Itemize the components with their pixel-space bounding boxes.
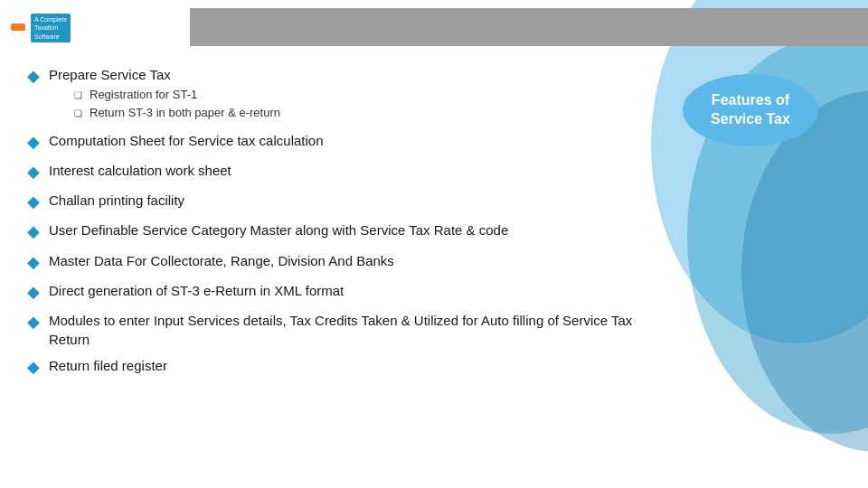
badge-text: Features ofService Tax bbox=[711, 91, 790, 129]
bullet-icon: ◆ bbox=[27, 161, 40, 183]
list-item-label: Return filed register bbox=[49, 358, 167, 373]
list-item: ◆User Definable Service Category Master … bbox=[27, 221, 651, 243]
list-item-label: Challan printing facility bbox=[49, 192, 184, 208]
logo-box: A CompleteTaxationSoftware bbox=[11, 12, 71, 42]
list-item-label: Interest calculation work sheet bbox=[49, 163, 231, 178]
list-item: ◆Return filed register bbox=[27, 356, 651, 379]
list-item: ◆Prepare Service Tax❑Registration for ST… bbox=[27, 65, 651, 124]
list-item: ◆Interest calculation work sheet bbox=[27, 161, 651, 183]
bullet-icon: ◆ bbox=[27, 221, 40, 243]
right-panel: Features ofService Tax bbox=[669, 65, 832, 386]
sub-bullet-icon: ❑ bbox=[74, 108, 82, 119]
sub-list-item-label: Registration for ST-1 bbox=[90, 88, 197, 103]
main-content: ◆Prepare Service Tax❑Registration for ST… bbox=[0, 54, 868, 395]
bullet-icon: ◆ bbox=[27, 251, 40, 274]
logo-easy bbox=[11, 23, 25, 31]
sub-list: ❑Registration for ST-1❑Return ST-3 in bo… bbox=[74, 88, 280, 121]
list-item: ◆Master Data For Collectorate, Range, Di… bbox=[27, 251, 651, 274]
logo-office-block: A CompleteTaxationSoftware bbox=[31, 12, 71, 42]
list-item-content: User Definable Service Category Master a… bbox=[49, 221, 508, 239]
list-item-content: Direct generation of ST-3 e-Return in XM… bbox=[49, 281, 344, 300]
list-item-content: Modules to enter Input Services details,… bbox=[49, 311, 651, 349]
logo-tagline: A CompleteTaxationSoftware bbox=[31, 14, 71, 42]
list-item-content: Challan printing facility bbox=[49, 191, 184, 210]
list-item-label: Direct generation of ST-3 e-Return in XM… bbox=[49, 283, 344, 298]
list-item: ◆Computation Sheet for Service tax calcu… bbox=[27, 131, 651, 154]
list-item-content: Computation Sheet for Service tax calcul… bbox=[49, 131, 324, 150]
bullet-icon: ◆ bbox=[27, 281, 40, 304]
bullet-icon: ◆ bbox=[27, 356, 40, 379]
features-badge: Features ofService Tax bbox=[683, 74, 818, 146]
list-item-content: Prepare Service Tax❑Registration for ST-… bbox=[49, 65, 280, 124]
sub-list-item: ❑Registration for ST-1 bbox=[74, 88, 280, 103]
list-item-content: Interest calculation work sheet bbox=[49, 161, 231, 180]
list-item-label: Master Data For Collectorate, Range, Div… bbox=[49, 253, 394, 268]
sub-bullet-icon: ❑ bbox=[74, 89, 82, 101]
main-list: ◆Prepare Service Tax❑Registration for ST… bbox=[27, 65, 651, 379]
bullet-icon: ◆ bbox=[27, 131, 40, 154]
bullet-icon: ◆ bbox=[27, 65, 40, 88]
sub-list-item-label: Return ST-3 in both paper & e-return bbox=[90, 106, 280, 121]
list-item-content: Master Data For Collectorate, Range, Div… bbox=[49, 251, 394, 270]
list-item-label: Prepare Service Tax bbox=[49, 67, 171, 82]
bullet-icon: ◆ bbox=[27, 191, 40, 213]
header-bar: A CompleteTaxationSoftware bbox=[0, 0, 868, 54]
list-item: ◆Direct generation of ST-3 e-Return in X… bbox=[27, 281, 651, 304]
left-panel: ◆Prepare Service Tax❑Registration for ST… bbox=[27, 65, 651, 386]
list-item-label: Computation Sheet for Service tax calcul… bbox=[49, 133, 324, 148]
list-item-label: User Definable Service Category Master a… bbox=[49, 222, 508, 238]
logo-area: A CompleteTaxationSoftware bbox=[0, 0, 181, 54]
sub-list-item: ❑Return ST-3 in both paper & e-return bbox=[74, 106, 280, 121]
list-item-content: Return filed register bbox=[49, 356, 167, 375]
list-item-label: Modules to enter Input Services details,… bbox=[49, 313, 632, 347]
title-bar bbox=[190, 8, 868, 46]
list-item: ◆Challan printing facility bbox=[27, 191, 651, 213]
bullet-icon: ◆ bbox=[27, 311, 40, 333]
list-item: ◆Modules to enter Input Services details… bbox=[27, 311, 651, 349]
